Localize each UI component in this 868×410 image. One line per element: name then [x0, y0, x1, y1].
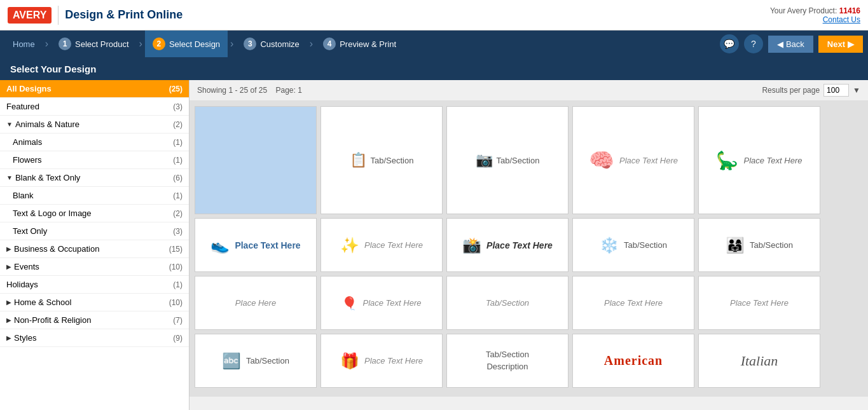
shoe-icon: 👟 [210, 236, 230, 254]
design-card-place-text-shoe[interactable]: 👟 Place Text Here [195, 218, 317, 272]
design-card-row3-b[interactable]: 🎈 Place Text Here [320, 276, 443, 330]
design-card-place-text-sun[interactable]: ✨ Place Text Here [320, 218, 443, 272]
results-filter-icon[interactable]: ▼ [853, 86, 860, 95]
step-num-4: 4 [323, 38, 336, 50]
clipboard-icon: 📋 [350, 152, 367, 168]
page-label: Page: [276, 86, 296, 95]
design-card-american[interactable]: American [572, 334, 694, 388]
sidebar-count-flowers: (1) [173, 156, 183, 165]
sidebar-item-text-logo-image[interactable]: Text & Logo or Image (2) [0, 205, 189, 222]
nav-step-1[interactable]: 1 Select Product [51, 31, 137, 57]
card-text-dino: Place Text Here [743, 156, 802, 165]
design-card-row3-e[interactable]: Place Text Here [698, 276, 820, 330]
nav-arrow-3: › [307, 38, 315, 50]
back-button[interactable]: ◀ Back [768, 36, 813, 53]
nav-step-4[interactable]: 4 Preview & Print [315, 31, 404, 57]
card-text-row3d: Place Text Here [604, 298, 663, 308]
card-content-brain: 🧠 Place Text Here [589, 148, 678, 172]
page-num: 1 [298, 86, 302, 95]
expand-icon-styles: ▶ [6, 334, 11, 341]
design-card-row3-d[interactable]: Place Text Here [572, 276, 694, 330]
dino-icon: 🦕 [716, 150, 738, 171]
product-number: 11416 [839, 6, 860, 15]
home-school-header: ▶ Home & School [6, 297, 71, 307]
results-per-page-input[interactable] [823, 84, 849, 97]
sidebar-label-text-only: Text Only [13, 226, 47, 236]
results-info: Showing 1 - 25 of 25 Page: 1 [197, 86, 302, 95]
sidebar-count-business-occupation: (15) [169, 245, 183, 254]
design-card-place-here[interactable]: Place Here [195, 276, 317, 330]
card-text-row3b: Place Text Here [362, 298, 421, 308]
sidebar-count-holidays: (1) [173, 280, 183, 289]
design-row-1: 📋 Tab/Section 📷 Tab/Section 🧠 Place T [195, 106, 863, 214]
sidebar-item-non-profit[interactable]: ▶ Non-Profit & Religion (7) [0, 311, 189, 329]
sidebar-item-flowers[interactable]: Flowers (1) [0, 151, 189, 169]
avery-logo: AVERY [8, 7, 52, 24]
step-label-2: Select Design [169, 39, 220, 49]
design-card-row3-c[interactable]: Tab/Section [446, 276, 568, 330]
abc-icon: 🔤 [222, 352, 241, 370]
sidebar-item-business-occupation[interactable]: ▶ Business & Occupation (15) [0, 240, 189, 258]
place-here-text: Place Here [235, 298, 276, 308]
nav-home[interactable]: Home [5, 39, 43, 49]
showing-end: 25 [240, 86, 248, 95]
design-card-tab-section-1[interactable]: 📋 Tab/Section [320, 106, 443, 214]
sidebar-item-animals-nature[interactable]: ▼ Animals & Nature (2) [0, 116, 189, 133]
design-card-tab-section-2[interactable]: 📷 Tab/Section [446, 106, 568, 214]
design-card-tab-section-kids[interactable]: 👨‍👩‍👧 Tab/Section [698, 218, 820, 272]
sidebar-label-text-logo-image: Text & Logo or Image [13, 208, 92, 218]
sparkle-icon: ✨ [340, 236, 359, 254]
sidebar-item-blank-text-only[interactable]: ▼ Blank & Text Only (6) [0, 169, 189, 187]
sidebar-item-home-school[interactable]: ▶ Home & School (10) [0, 294, 189, 311]
sidebar-item-styles[interactable]: ▶ Styles (9) [0, 329, 189, 347]
gift-icon: 🎁 [340, 352, 359, 370]
sidebar-item-all-designs[interactable]: All Designs (25) [0, 80, 189, 98]
sidebar-label-animals-nature: Animals & Nature [15, 120, 79, 129]
design-card-blue-placeholder[interactable] [195, 106, 317, 214]
design-card-place-text-gift[interactable]: 🎁 Place Text Here [320, 334, 443, 388]
design-card-tab-desc[interactable]: Tab/SectionDescription [446, 334, 568, 388]
card-text-snow: Tab/Section [624, 240, 667, 250]
sidebar-item-events[interactable]: ▶ Events (10) [0, 258, 189, 276]
design-card-place-text-brain[interactable]: 🧠 Place Text Here [572, 106, 694, 214]
animals-nature-header: ▼ Animals & Nature [6, 120, 79, 129]
design-card-place-text-camera[interactable]: 📸 Place Text Here [446, 218, 568, 272]
card-text-gift: Place Text Here [364, 356, 423, 366]
styles-header: ▶ Styles [6, 333, 36, 343]
right-panel: Showing 1 - 25 of 25 Page: 1 Results per… [189, 80, 868, 410]
sidebar-count-home-school: (10) [169, 298, 183, 307]
design-card-tab-section-snow[interactable]: ❄️ Tab/Section [572, 218, 694, 272]
product-info: Your Avery Product: 11416 [770, 6, 860, 15]
chat-button[interactable]: 💬 [720, 34, 739, 53]
design-card-tab-abc[interactable]: 🔤 Tab/Section [195, 334, 317, 388]
card-text-brain: Place Text Here [619, 156, 678, 165]
nav-step-2[interactable]: 2 Select Design [145, 31, 228, 57]
nav-arrow-2: › [228, 38, 236, 50]
nav-step-3[interactable]: 3 Customize [236, 31, 307, 57]
sidebar-label-blank: Blank [13, 191, 34, 200]
sidebar-item-holidays[interactable]: Holidays (1) [0, 276, 189, 294]
sidebar-label-animals: Animals [13, 137, 42, 147]
design-card-place-text-dino[interactable]: 🦕 Place Text Here [698, 106, 820, 214]
business-occupation-header: ▶ Business & Occupation [6, 244, 99, 254]
sidebar-item-blank[interactable]: Blank (1) [0, 187, 189, 205]
balloon-icon: 🎈 [341, 296, 357, 311]
sidebar-count-events: (10) [169, 263, 183, 271]
sidebar-item-animals[interactable]: Animals (1) [0, 133, 189, 151]
expand-icon-non-profit: ▶ [6, 317, 11, 324]
sidebar-count-blank: (1) [173, 191, 183, 200]
brain-icon: 🧠 [589, 148, 614, 172]
next-button[interactable]: Next ▶ [818, 36, 863, 53]
sidebar-label-featured: Featured [6, 102, 39, 111]
card-text-italian: Italian [741, 353, 778, 369]
help-button[interactable]: ? [744, 34, 763, 53]
design-card-italian[interactable]: Italian [698, 334, 820, 388]
card-text-tab-desc: Tab/SectionDescription [486, 349, 529, 372]
contact-link[interactable]: Contact Us [770, 15, 860, 24]
sidebar-item-text-only[interactable]: Text Only (3) [0, 222, 189, 240]
logo-divider [58, 6, 59, 25]
results-per-page-label: Results per page [762, 86, 820, 95]
step-num-3: 3 [244, 38, 256, 50]
sidebar-item-featured[interactable]: Featured (3) [0, 98, 189, 116]
showing-label: Showing [197, 86, 226, 95]
